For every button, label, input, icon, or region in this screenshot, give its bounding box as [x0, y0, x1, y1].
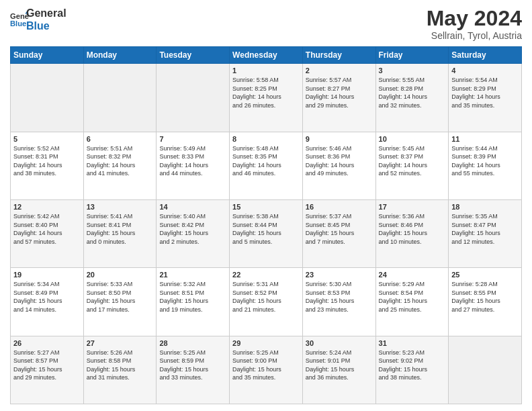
day-number: 13: [87, 203, 154, 211]
day-info: Sunrise: 5:54 AMSunset: 8:29 PMDaylight:…: [451, 76, 519, 109]
calendar: SundayMondayTuesdayWednesdayThursdayFrid…: [10, 46, 522, 404]
calendar-cell: [11, 64, 84, 132]
logo-line1: General: [26, 7, 66, 19]
day-number: 24: [379, 271, 446, 279]
week-row-4: 19Sunrise: 5:34 AMSunset: 8:49 PMDayligh…: [11, 268, 522, 336]
day-number: 18: [451, 203, 519, 211]
calendar-cell: 16Sunrise: 5:37 AMSunset: 8:45 PMDayligh…: [302, 199, 375, 267]
day-info: Sunrise: 5:42 AMSunset: 8:40 PMDaylight:…: [13, 212, 81, 246]
day-number: 14: [159, 203, 226, 211]
day-info: Sunrise: 5:26 AMSunset: 8:58 PMDaylight:…: [87, 349, 154, 382]
calendar-cell: 10Sunrise: 5:45 AMSunset: 8:37 PMDayligh…: [375, 132, 449, 199]
day-info: Sunrise: 5:23 AMSunset: 9:02 PMDaylight:…: [379, 349, 446, 382]
day-number: 16: [306, 203, 373, 211]
calendar-cell: 22Sunrise: 5:31 AMSunset: 8:52 PMDayligh…: [230, 268, 303, 336]
day-info: Sunrise: 5:46 AMSunset: 8:36 PMDaylight:…: [306, 144, 373, 178]
day-number: 27: [87, 339, 154, 347]
calendar-cell: 3Sunrise: 5:55 AMSunset: 8:28 PMDaylight…: [375, 64, 449, 132]
day-number: 1: [232, 66, 300, 75]
week-row-1: 1Sunrise: 5:58 AMSunset: 8:25 PMDaylight…: [11, 64, 522, 132]
day-header-tuesday: Tuesday: [157, 47, 230, 64]
calendar-cell: 9Sunrise: 5:46 AMSunset: 8:36 PMDaylight…: [302, 132, 375, 199]
day-number: 6: [87, 135, 154, 143]
svg-text:Blue: Blue: [10, 19, 26, 28]
day-info: Sunrise: 5:32 AMSunset: 8:51 PMDaylight:…: [159, 280, 226, 314]
day-number: 5: [13, 135, 81, 143]
calendar-cell: 19Sunrise: 5:34 AMSunset: 8:49 PMDayligh…: [11, 268, 84, 336]
day-info: Sunrise: 5:55 AMSunset: 8:28 PMDaylight:…: [379, 76, 446, 109]
calendar-cell: 15Sunrise: 5:38 AMSunset: 8:44 PMDayligh…: [230, 199, 303, 267]
day-number: 15: [232, 203, 300, 211]
calendar-cell: 14Sunrise: 5:40 AMSunset: 8:42 PMDayligh…: [157, 199, 230, 267]
day-info: Sunrise: 5:37 AMSunset: 8:45 PMDaylight:…: [306, 212, 373, 246]
day-number: 11: [451, 135, 519, 143]
calendar-cell: 17Sunrise: 5:36 AMSunset: 8:46 PMDayligh…: [375, 199, 449, 267]
day-info: Sunrise: 5:31 AMSunset: 8:52 PMDaylight:…: [232, 280, 300, 314]
calendar-cell: 24Sunrise: 5:29 AMSunset: 8:54 PMDayligh…: [375, 268, 449, 336]
calendar-cell: 13Sunrise: 5:41 AMSunset: 8:41 PMDayligh…: [83, 199, 157, 267]
day-info: Sunrise: 5:52 AMSunset: 8:31 PMDaylight:…: [13, 144, 81, 178]
day-info: Sunrise: 5:48 AMSunset: 8:35 PMDaylight:…: [232, 144, 300, 178]
day-header-sunday: Sunday: [11, 47, 84, 64]
week-row-2: 5Sunrise: 5:52 AMSunset: 8:31 PMDaylight…: [11, 132, 522, 199]
day-info: Sunrise: 5:30 AMSunset: 8:53 PMDaylight:…: [306, 280, 373, 314]
calendar-header-row: SundayMondayTuesdayWednesdayThursdayFrid…: [11, 47, 522, 64]
day-number: 3: [379, 66, 446, 75]
day-header-saturday: Saturday: [449, 47, 522, 64]
page: General Blue General Blue May 2024 Sellr…: [0, 0, 532, 411]
day-info: Sunrise: 5:25 AMSunset: 9:00 PMDaylight:…: [232, 349, 300, 382]
day-info: Sunrise: 5:36 AMSunset: 8:46 PMDaylight:…: [379, 212, 446, 246]
day-number: 2: [306, 66, 373, 75]
logo: General Blue General Blue: [10, 7, 66, 32]
day-number: 19: [13, 271, 81, 279]
location-subtitle: Sellrain, Tyrol, Austria: [427, 30, 522, 41]
calendar-cell: 21Sunrise: 5:32 AMSunset: 8:51 PMDayligh…: [157, 268, 230, 336]
day-info: Sunrise: 5:38 AMSunset: 8:44 PMDaylight:…: [232, 212, 300, 246]
day-number: 9: [306, 135, 373, 143]
day-number: 22: [232, 271, 300, 279]
day-info: Sunrise: 5:51 AMSunset: 8:32 PMDaylight:…: [87, 144, 154, 178]
day-number: 8: [232, 135, 300, 143]
calendar-cell: 20Sunrise: 5:33 AMSunset: 8:50 PMDayligh…: [83, 268, 157, 336]
day-info: Sunrise: 5:45 AMSunset: 8:37 PMDaylight:…: [379, 144, 446, 178]
day-number: 4: [451, 66, 519, 75]
day-info: Sunrise: 5:25 AMSunset: 8:59 PMDaylight:…: [159, 349, 226, 382]
week-row-3: 12Sunrise: 5:42 AMSunset: 8:40 PMDayligh…: [11, 199, 522, 267]
day-number: 10: [379, 135, 446, 143]
logo-line2: Blue: [26, 19, 66, 32]
day-info: Sunrise: 5:49 AMSunset: 8:33 PMDaylight:…: [159, 144, 226, 178]
day-number: 20: [87, 271, 154, 279]
calendar-cell: [157, 64, 230, 132]
day-header-friday: Friday: [375, 47, 449, 64]
calendar-cell: 27Sunrise: 5:26 AMSunset: 8:58 PMDayligh…: [83, 336, 157, 404]
calendar-cell: 29Sunrise: 5:25 AMSunset: 9:00 PMDayligh…: [230, 336, 303, 404]
day-header-monday: Monday: [83, 47, 157, 64]
day-number: 30: [306, 339, 373, 347]
calendar-cell: 12Sunrise: 5:42 AMSunset: 8:40 PMDayligh…: [11, 199, 84, 267]
week-row-5: 26Sunrise: 5:27 AMSunset: 8:57 PMDayligh…: [11, 336, 522, 404]
calendar-cell: [83, 64, 157, 132]
calendar-cell: 5Sunrise: 5:52 AMSunset: 8:31 PMDaylight…: [11, 132, 84, 199]
day-info: Sunrise: 5:57 AMSunset: 8:27 PMDaylight:…: [306, 76, 373, 109]
calendar-cell: 25Sunrise: 5:28 AMSunset: 8:55 PMDayligh…: [449, 268, 522, 336]
calendar-cell: 23Sunrise: 5:30 AMSunset: 8:53 PMDayligh…: [302, 268, 375, 336]
day-info: Sunrise: 5:24 AMSunset: 9:01 PMDaylight:…: [306, 349, 373, 382]
calendar-cell: 8Sunrise: 5:48 AMSunset: 8:35 PMDaylight…: [230, 132, 303, 199]
calendar-cell: 18Sunrise: 5:35 AMSunset: 8:47 PMDayligh…: [449, 199, 522, 267]
day-info: Sunrise: 5:41 AMSunset: 8:41 PMDaylight:…: [87, 212, 154, 246]
day-number: 7: [159, 135, 226, 143]
calendar-cell: 26Sunrise: 5:27 AMSunset: 8:57 PMDayligh…: [11, 336, 84, 404]
day-number: 25: [451, 271, 519, 279]
day-info: Sunrise: 5:28 AMSunset: 8:55 PMDaylight:…: [451, 280, 519, 314]
title-block: May 2024 Sellrain, Tyrol, Austria: [427, 7, 522, 41]
day-info: Sunrise: 5:33 AMSunset: 8:50 PMDaylight:…: [87, 280, 154, 314]
calendar-cell: 30Sunrise: 5:24 AMSunset: 9:01 PMDayligh…: [302, 336, 375, 404]
calendar-cell: 7Sunrise: 5:49 AMSunset: 8:33 PMDaylight…: [157, 132, 230, 199]
day-info: Sunrise: 5:27 AMSunset: 8:57 PMDaylight:…: [13, 349, 81, 382]
calendar-cell: 1Sunrise: 5:58 AMSunset: 8:25 PMDaylight…: [230, 64, 303, 132]
day-info: Sunrise: 5:44 AMSunset: 8:39 PMDaylight:…: [451, 144, 519, 178]
day-number: 26: [13, 339, 81, 347]
day-header-thursday: Thursday: [302, 47, 375, 64]
day-info: Sunrise: 5:40 AMSunset: 8:42 PMDaylight:…: [159, 212, 226, 246]
day-info: Sunrise: 5:35 AMSunset: 8:47 PMDaylight:…: [451, 212, 519, 246]
